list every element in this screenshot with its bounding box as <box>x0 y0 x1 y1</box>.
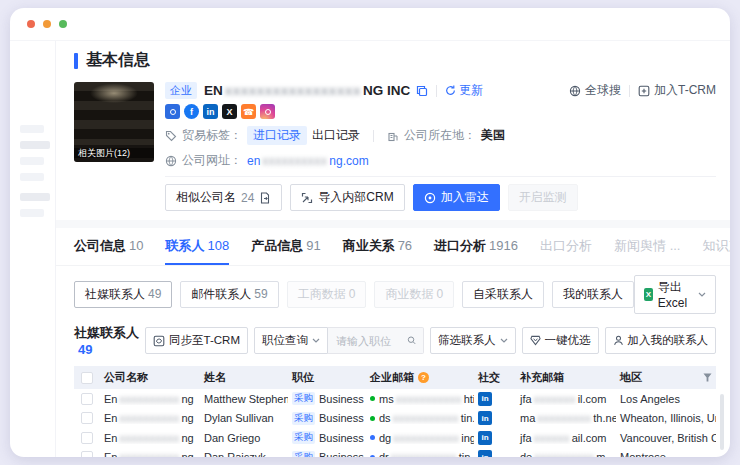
tab-label: 公司信息 <box>74 238 126 253</box>
tab-count: 1916 <box>489 238 518 253</box>
tab-label: 产品信息 <box>251 238 303 253</box>
tab-label: 进口分析 <box>434 238 486 253</box>
email-status-dot <box>370 455 375 457</box>
tab-进口分析[interactable]: 进口分析1916 <box>434 237 518 265</box>
filter-icon[interactable] <box>703 373 712 382</box>
global-search-link[interactable]: 全球搜 <box>569 82 621 99</box>
join-tcrm-link[interactable]: 加入T-CRM <box>638 82 716 99</box>
instagram-icon[interactable] <box>260 104 275 119</box>
website-link[interactable]: enxxxxxxxxxxng.com <box>247 154 369 168</box>
one-click-select-button[interactable]: 一键优选 <box>522 327 599 354</box>
window-maximize-button[interactable] <box>59 20 67 28</box>
quality-badge-icon <box>530 335 541 346</box>
row-checkbox-cell <box>74 451 100 457</box>
update-button[interactable]: 更新 <box>445 82 483 99</box>
linkedin-icon[interactable]: in <box>478 392 492 406</box>
position-text: Business Devel... <box>319 451 366 457</box>
export-excel-button[interactable]: X 导出Excel <box>634 275 716 314</box>
sync-tcrm-button[interactable]: 同步至T-CRM <box>145 327 248 354</box>
company-name-cell[interactable]: Enxxxxxxxxxxng <box>100 451 200 457</box>
company-name-cell[interactable]: Enxxxxxxxxxxng <box>100 432 200 444</box>
blurred-text: xxxxxxxxxxx <box>393 412 459 424</box>
row-checkbox[interactable] <box>81 412 93 424</box>
chevron-down-icon <box>698 292 706 297</box>
select-all-checkbox[interactable] <box>81 372 93 384</box>
tab-公司信息[interactable]: 公司信息10 <box>74 237 143 265</box>
tab-label: 商业关系 <box>343 238 395 253</box>
chip-我的联系人[interactable]: 我的联系人 <box>552 281 634 308</box>
add-to-my-contacts-button[interactable]: 加入我的联系人 <box>605 327 717 354</box>
blurred-text: xxxxxxxxxx <box>119 393 179 405</box>
tab-出口分析: 出口分析 <box>540 237 592 265</box>
contacts-table: 公司名称 姓名 职位 企业邮箱? 社交 补充邮箱 地区 Enxxxxxxxxxx… <box>74 366 716 457</box>
facebook-icon[interactable]: f <box>184 104 199 119</box>
scrollbar-thumb[interactable] <box>720 394 724 450</box>
x-icon[interactable]: X <box>222 104 237 119</box>
globe-search-icon <box>569 85 581 97</box>
nav-skeleton-item[interactable] <box>20 157 44 165</box>
divider <box>165 176 716 177</box>
position-text: Business Devel... <box>319 412 366 424</box>
blurred-text: xxxxxxxxxx <box>119 412 179 424</box>
similar-company-button[interactable]: 相似公司名 24 <box>165 184 282 211</box>
tab-联系人[interactable]: 联系人108 <box>165 237 229 265</box>
phone-icon[interactable]: ☎ <box>241 104 256 119</box>
nav-skeleton-item[interactable] <box>20 209 44 217</box>
import-internal-crm-button[interactable]: 导入内部CRM <box>290 184 404 211</box>
location-value: 美国 <box>481 127 505 144</box>
row-checkbox[interactable] <box>81 393 93 405</box>
location-icon <box>387 130 399 142</box>
region-cell: Montrose <box>616 451 716 457</box>
position-query-dropdown[interactable]: 职位查询 <box>254 327 328 354</box>
blurred-text: xxxxxxxxxxx <box>391 451 457 457</box>
company-name-cell[interactable]: Enxxxxxxxxxxng <box>100 412 200 424</box>
copy-icon[interactable] <box>416 85 428 97</box>
divider <box>373 130 374 142</box>
contact-filter-row: 社媒联系人49邮件联系人59工商数据0商业数据0自采联系人我的联系人 X 导出E… <box>74 275 716 314</box>
blurred-text: xxxxxx <box>534 432 570 444</box>
table-row: EnxxxxxxxxxxngDan Rajczyk采购Business Deve… <box>74 448 716 458</box>
role-badge: 采购 <box>292 392 315 405</box>
linkedin-icon[interactable]: in <box>478 431 492 445</box>
blurred-text: xxxxxxxxx <box>537 412 591 424</box>
search-icon[interactable] <box>407 335 417 346</box>
row-checkbox[interactable] <box>81 451 93 457</box>
window-close-button[interactable] <box>27 20 35 28</box>
blurred-text: xxxxxxxxxx <box>119 451 179 457</box>
radar-icon <box>424 192 436 204</box>
chip-邮件联系人[interactable]: 邮件联系人59 <box>180 281 278 308</box>
region-cell: Los Angeles <box>616 393 716 405</box>
refresh-icon <box>445 85 456 96</box>
tab-商业关系[interactable]: 商业关系76 <box>343 237 412 265</box>
column-header-company: 公司名称 <box>100 370 200 385</box>
email-status-dot <box>370 435 375 440</box>
nav-skeleton-item[interactable] <box>20 173 44 181</box>
linkedin-icon[interactable]: in <box>478 411 492 425</box>
filter-contacts-dropdown[interactable]: 筛选联系人 <box>430 327 516 354</box>
help-icon[interactable]: ? <box>418 372 429 383</box>
company-name-cell[interactable]: Enxxxxxxxxxxng <box>100 393 200 405</box>
chip-社媒联系人[interactable]: 社媒联系人49 <box>74 281 172 308</box>
alt-email-cell: maxxxxxxxxxth.net <box>516 412 616 424</box>
position-search-input[interactable] <box>334 334 407 348</box>
blurred-text: xxxxxxxxxxx <box>393 432 459 444</box>
position-cell: 采购Business Devel... <box>288 392 366 405</box>
website-icon[interactable] <box>165 104 180 119</box>
export-record-label[interactable]: 出口记录 <box>312 127 360 144</box>
tab-产品信息[interactable]: 产品信息91 <box>251 237 320 265</box>
contacts-table-body: EnxxxxxxxxxxngMatthew Stephen采购Business … <box>74 389 716 457</box>
nav-skeleton-item[interactable] <box>20 125 44 133</box>
chip-自采联系人[interactable]: 自采联系人 <box>462 281 544 308</box>
company-photo[interactable]: 相关图片(12) <box>74 82 154 162</box>
window-minimize-button[interactable] <box>43 20 51 28</box>
linkedin-icon[interactable]: in <box>203 104 218 119</box>
divider <box>436 85 437 97</box>
nav-skeleton-item[interactable] <box>20 193 50 201</box>
row-checkbox[interactable] <box>81 432 93 444</box>
linkedin-icon[interactable]: in <box>478 450 492 457</box>
nav-skeleton-item[interactable] <box>20 141 50 149</box>
contact-name-cell: Dan Griego <box>200 432 288 444</box>
import-record-badge[interactable]: 进口记录 <box>247 126 307 145</box>
add-radar-button[interactable]: 加入雷达 <box>413 184 500 211</box>
company-card: 相关图片(12) 企业 ENxxxxxxxxxxxxxxxxxNG INC 更新 <box>74 82 716 211</box>
